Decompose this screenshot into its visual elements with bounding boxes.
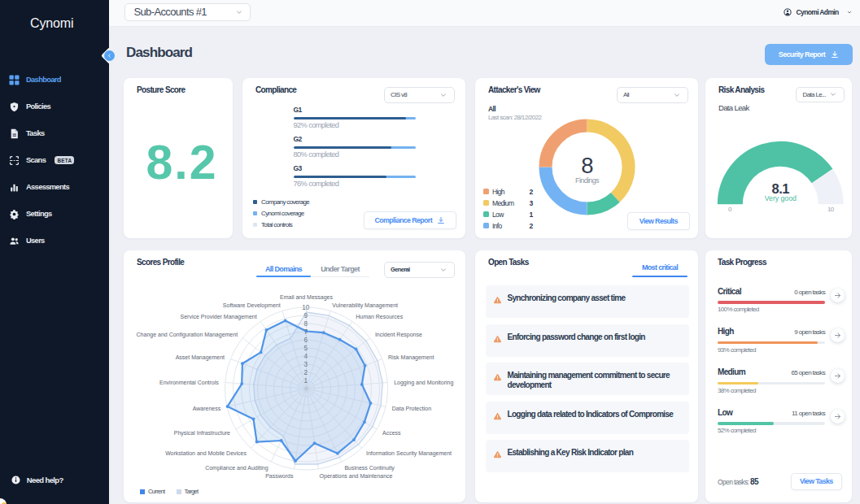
svg-text:9: 9 [303,312,308,319]
svg-text:Workstation and Mobile Devices: Workstation and Mobile Devices [165,450,247,456]
svg-text:Asset Management: Asset Management [176,354,225,361]
svg-text:1: 1 [303,377,308,385]
svg-text:Software Development: Software Development [223,302,281,309]
svg-text:Business Continuity: Business Continuity [344,465,395,471]
svg-text:Access: Access [382,430,401,436]
svg-text:Risk Management: Risk Management [388,354,434,361]
svg-text:Passwords: Passwords [265,473,294,479]
svg-text:8: 8 [303,320,308,328]
svg-text:2: 2 [303,369,308,376]
svg-text:Service Provider Management: Service Provider Management [181,314,257,320]
svg-text:Compliance and Auditing: Compliance and Auditing [205,465,268,471]
svg-text:3: 3 [303,361,308,368]
svg-text:Incident Response: Incident Response [375,332,422,338]
svg-text:6: 6 [303,337,308,344]
svg-text:Environmental Controls: Environmental Controls [159,380,219,385]
svg-text:Email and Messages: Email and Messages [280,294,333,301]
svg-text:7: 7 [303,328,308,336]
svg-text:Vulnerability Management: Vulnerability Management [332,302,398,309]
svg-text:10: 10 [302,304,310,311]
svg-text:Human Resources: Human Resources [356,314,403,319]
svg-text:Operations and Maintenance: Operations and Maintenance [320,473,393,480]
svg-text:5: 5 [303,345,308,352]
svg-text:Data Protection: Data Protection [392,406,431,411]
svg-text:Awareness: Awareness [193,406,221,411]
svg-text:Change and Configuration Manag: Change and Configuration Management [137,332,238,338]
svg-text:Information Security Managemen: Information Security Management [366,450,452,457]
svg-text:Logging and Monitoring: Logging and Monitoring [394,380,453,386]
svg-text:4: 4 [303,353,308,360]
svg-text:Physical Infrastructure: Physical Infrastructure [174,430,230,437]
